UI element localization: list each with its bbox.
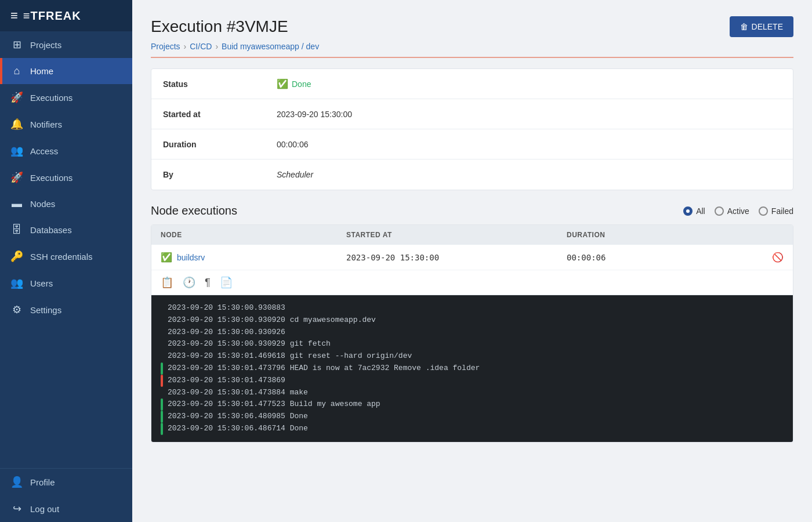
log-output: 2023-09-20 15:30:00.930883 2023-09-20 15… <box>151 295 793 442</box>
sidebar-item-label: Home <box>30 66 53 76</box>
radio-failed[interactable] <box>759 206 768 216</box>
breadcrumb: Projects › CI/CD › Buid myawesomeapp / d… <box>151 42 793 51</box>
log-marker <box>161 327 163 339</box>
sidebar-item-nodes[interactable]: ▬ Nodes <box>0 191 132 217</box>
log-marker <box>161 375 163 387</box>
log-marker <box>161 411 163 423</box>
settings-icon: ⚙ <box>10 303 23 316</box>
filter-active[interactable]: Active <box>715 206 749 216</box>
radio-active[interactable] <box>715 206 724 216</box>
node-table-header: NODE STARTED AT DURATION <box>151 225 793 245</box>
sidebar-item-logout[interactable]: ↪ Log out <box>0 495 132 522</box>
projects-icon: ⊞ <box>10 38 23 51</box>
node-actions: 🚫 <box>755 252 784 263</box>
sidebar-item-label: SSH credentials <box>30 252 93 262</box>
log-text: 2023-09-20 15:30:00.930920 cd myawesomea… <box>168 314 376 327</box>
breadcrumb-sep-1: › <box>184 42 187 51</box>
filter-active-label: Active <box>727 206 749 216</box>
log-text: 2023-09-20 15:30:01.473884 make <box>168 387 308 399</box>
log-line: 2023-09-20 15:30:00.930929 git fetch <box>161 338 784 350</box>
executions-icon: 🚀 <box>10 171 23 184</box>
log-line: 2023-09-20 15:30:01.473796 HEAD is now a… <box>161 362 784 375</box>
log-text: 2023-09-20 15:30:00.930929 git fetch <box>168 338 331 350</box>
log-text: 2023-09-20 15:30:01.473796 HEAD is now a… <box>168 362 480 375</box>
info-row-by: By Scheduler <box>151 160 793 190</box>
logout-icon: ↪ <box>10 502 23 515</box>
notifiers-icon: 🔔 <box>10 118 23 130</box>
filter-failed-label: Failed <box>771 206 793 216</box>
users-icon: 👥 <box>10 277 23 289</box>
sidebar-item-notifiers[interactable]: 🔔 Notifiers <box>0 111 132 137</box>
log-marker <box>161 362 163 375</box>
status-done: ✅ Done <box>277 78 311 89</box>
breadcrumb-build[interactable]: Buid myawesomeapp / dev <box>222 42 319 51</box>
sidebar: ≡ ≡TFREAK ⊞ Projects ⌂ Home 🚀 Executions… <box>0 0 132 522</box>
sidebar-item-executions[interactable]: 🚀 Executions <box>0 164 132 191</box>
by-value: Scheduler <box>267 162 793 187</box>
log-file-icon[interactable]: 📋 <box>161 276 173 289</box>
filter-failed[interactable]: Failed <box>759 206 793 216</box>
sidebar-item-projects[interactable]: ⊞ Projects <box>0 31 132 58</box>
sidebar-item-executions-top[interactable]: 🚀 Executions <box>0 84 132 111</box>
breadcrumb-projects[interactable]: Projects <box>151 42 180 51</box>
col-header-duration: DURATION <box>567 231 755 239</box>
node-name[interactable]: ✅ buildsrv <box>161 252 346 263</box>
radio-all[interactable] <box>683 206 693 216</box>
log-download-icon[interactable]: 📄 <box>220 276 233 289</box>
delete-button[interactable]: 🗑 DELETE <box>730 16 793 37</box>
col-header-node: NODE <box>161 231 346 239</box>
log-line: 2023-09-20 15:30:01.473884 make <box>161 387 784 399</box>
section-title: Node executions <box>151 204 237 217</box>
sidebar-item-label: Executions <box>30 93 72 103</box>
log-marker <box>161 423 163 435</box>
sidebar-item-label: Log out <box>30 504 59 514</box>
duration-value: 00:00:06 <box>267 132 793 157</box>
node-duration: 00:00:06 <box>567 253 755 262</box>
app-logo[interactable]: ≡ ≡TFREAK <box>0 0 132 31</box>
page-title: Execution #3VMJE <box>151 17 288 36</box>
eye-slash-icon[interactable]: 🚫 <box>772 252 784 262</box>
log-line: 2023-09-20 15:30:00.930920 cd myawesomea… <box>161 314 784 327</box>
log-marker <box>161 338 163 350</box>
log-line: 2023-09-20 15:30:00.930883 <box>161 302 784 314</box>
info-row-started: Started at 2023-09-20 15:30:00 <box>151 99 793 129</box>
breadcrumb-divider <box>151 57 793 58</box>
node-executions-header: Node executions All Active Failed <box>151 204 793 217</box>
sidebar-bottom: 👤 Profile ↪ Log out <box>0 468 132 522</box>
sidebar-item-home[interactable]: ⌂ Home <box>0 58 132 84</box>
duration-label: Duration <box>151 132 267 157</box>
by-label: By <box>151 162 267 187</box>
trash-icon: 🗑 <box>740 22 748 31</box>
nodes-icon: ▬ <box>10 198 23 210</box>
log-marker <box>161 387 163 399</box>
log-text: 2023-09-20 15:30:01.473869 <box>168 375 290 387</box>
sidebar-item-label: Settings <box>30 305 61 315</box>
info-row-status: Status ✅ Done <box>151 69 793 99</box>
ssh-icon: 🔑 <box>10 250 23 263</box>
sidebar-item-label: Access <box>30 146 58 156</box>
info-row-duration: Duration 00:00:06 <box>151 129 793 160</box>
access-icon: 👥 <box>10 144 23 157</box>
sidebar-item-databases[interactable]: 🗄 Databases <box>0 217 132 243</box>
sidebar-item-settings[interactable]: ⚙ Settings <box>0 296 132 323</box>
delete-label: DELETE <box>752 22 783 31</box>
filter-all-label: All <box>696 206 705 216</box>
status-value: ✅ Done <box>267 70 793 97</box>
sidebar-item-access[interactable]: 👥 Access <box>0 137 132 164</box>
node-started-at: 2023-09-20 15:30:00 <box>346 253 567 262</box>
log-toolbar: 📋 🕐 ¶ 📄 <box>151 270 793 295</box>
log-line: 2023-09-20 15:30:00.930926 <box>161 327 784 339</box>
filter-all[interactable]: All <box>683 206 705 216</box>
started-label: Started at <box>151 102 267 127</box>
breadcrumb-cicd[interactable]: CI/CD <box>190 42 212 51</box>
sidebar-item-ssh-credentials[interactable]: 🔑 SSH credentials <box>0 243 132 270</box>
sidebar-item-users[interactable]: 👥 Users <box>0 270 132 296</box>
done-icon: ✅ <box>277 78 288 89</box>
node-name-text[interactable]: buildsrv <box>177 253 205 262</box>
log-clock-icon[interactable]: 🕐 <box>183 276 195 289</box>
col-header-started: STARTED AT <box>346 231 567 239</box>
status-text: Done <box>292 79 311 89</box>
info-table: Status ✅ Done Started at 2023-09-20 15:3… <box>151 68 793 190</box>
log-paragraph-icon[interactable]: ¶ <box>205 277 211 289</box>
sidebar-item-profile[interactable]: 👤 Profile <box>0 469 132 495</box>
